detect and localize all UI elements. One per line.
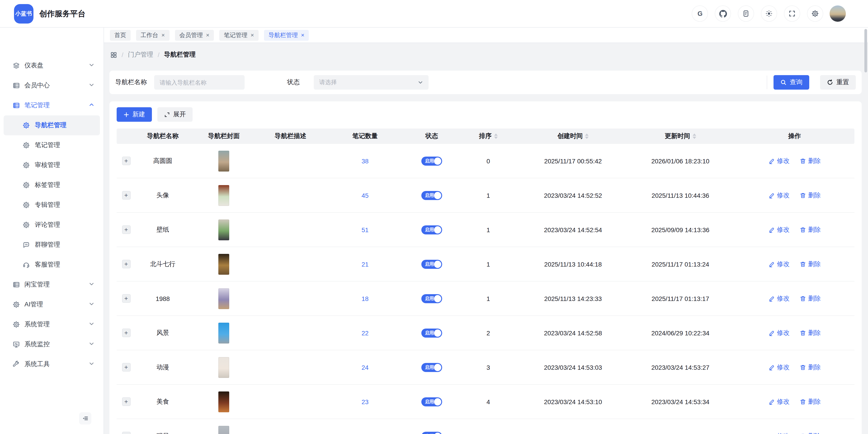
sidebar-item-15[interactable]: 系统工具 [0, 354, 103, 374]
delete-link[interactable]: 删除 [800, 226, 821, 234]
edit-link[interactable]: 修改 [768, 191, 789, 199]
status-toggle[interactable]: 启用 [421, 260, 442, 268]
document-button[interactable] [738, 5, 754, 22]
navbar-cover-image[interactable] [218, 185, 229, 206]
navbar-name-input[interactable] [154, 75, 245, 90]
sidebar-subitem-3[interactable]: 导航栏管理 [4, 115, 100, 135]
apps-grid-icon[interactable] [110, 51, 117, 58]
theme-button[interactable] [761, 5, 777, 22]
note-count-link[interactable]: 51 [362, 226, 368, 233]
note-count-link[interactable]: 15 [362, 432, 368, 434]
delete-link[interactable]: 删除 [800, 363, 821, 371]
sidebar-subitem-5[interactable]: 审核管理 [4, 155, 100, 175]
note-count-link[interactable]: 23 [362, 398, 368, 405]
sidebar-item-13[interactable]: 系统管理 [0, 315, 103, 335]
close-icon[interactable]: × [301, 32, 305, 38]
close-icon[interactable]: × [161, 32, 165, 38]
sidebar-item-12[interactable]: AI管理 [0, 295, 103, 315]
note-count-link[interactable]: 22 [362, 329, 368, 337]
row-expand-button[interactable]: + [122, 260, 130, 268]
column-header-5[interactable]: 排序 [457, 132, 520, 140]
status-toggle[interactable]: 启用 [421, 191, 442, 200]
edit-link[interactable]: 修改 [768, 260, 789, 268]
fullscreen-button[interactable] [784, 5, 800, 22]
sidebar-collapse-button[interactable] [79, 412, 91, 425]
delete-link[interactable]: 删除 [800, 157, 821, 165]
delete-link[interactable]: 删除 [800, 432, 821, 434]
reset-button[interactable]: 重置 [820, 75, 856, 90]
row-expand-button[interactable]: + [122, 191, 130, 200]
status-toggle[interactable]: 启用 [421, 328, 442, 337]
row-expand-button[interactable]: + [122, 294, 130, 303]
tab-1[interactable]: 工作台 × [136, 30, 169, 40]
tab-3[interactable]: 笔记管理 × [219, 30, 258, 40]
sidebar-item-14[interactable]: 系统监控 [0, 335, 103, 354]
note-count-link[interactable]: 24 [362, 364, 368, 371]
delete-link[interactable]: 删除 [800, 329, 821, 337]
navbar-cover-image[interactable] [218, 357, 229, 378]
sidebar-item-1[interactable]: 会员中心 [0, 76, 103, 95]
delete-link[interactable]: 删除 [800, 191, 821, 199]
edit-link[interactable]: 修改 [768, 294, 789, 302]
sidebar-subitem-6[interactable]: 标签管理 [4, 175, 100, 195]
sidebar-item-11[interactable]: 闲宝管理 [0, 275, 103, 295]
sort-icon[interactable] [494, 134, 498, 139]
sidebar-subitem-10[interactable]: 客服管理 [4, 255, 100, 275]
edit-link[interactable]: 修改 [768, 226, 789, 234]
navbar-cover-image[interactable] [218, 219, 229, 240]
row-expand-button[interactable]: + [122, 397, 130, 406]
status-toggle[interactable]: 启用 [421, 397, 442, 406]
edit-link[interactable]: 修改 [768, 363, 789, 371]
status-toggle[interactable]: 启用 [421, 156, 442, 166]
edit-link[interactable]: 修改 [768, 157, 789, 165]
column-header-7[interactable]: 更新时间 [626, 132, 735, 140]
sidebar-item-0[interactable]: 仪表盘 [0, 56, 103, 76]
edit-link[interactable]: 修改 [768, 398, 789, 406]
user-avatar[interactable] [830, 5, 846, 22]
page-scrollbar[interactable] [864, 29, 867, 73]
sidebar-item-2[interactable]: 笔记管理 [0, 95, 103, 115]
sort-icon[interactable] [585, 134, 589, 139]
delete-link[interactable]: 删除 [800, 294, 821, 302]
note-count-link[interactable]: 38 [362, 157, 368, 165]
tab-4[interactable]: 导航栏管理 × [264, 30, 309, 40]
delete-link[interactable]: 删除 [800, 398, 821, 406]
navbar-cover-image[interactable] [218, 391, 229, 412]
navbar-cover-image[interactable] [218, 322, 229, 343]
row-expand-button[interactable]: + [122, 432, 130, 434]
sort-icon[interactable] [692, 134, 696, 139]
note-count-link[interactable]: 45 [362, 192, 368, 199]
status-toggle[interactable]: 启用 [421, 432, 442, 434]
sidebar-subitem-9[interactable]: 群聊管理 [4, 235, 100, 255]
settings-button[interactable] [807, 5, 823, 22]
gitee-button[interactable]: G [692, 5, 708, 22]
sidebar-subitem-4[interactable]: 笔记管理 [4, 135, 100, 155]
close-icon[interactable]: × [250, 32, 254, 38]
expand-button[interactable]: 展开 [157, 107, 193, 122]
row-expand-button[interactable]: + [122, 328, 130, 337]
edit-link[interactable]: 修改 [768, 432, 789, 434]
note-count-link[interactable]: 18 [362, 295, 368, 302]
navbar-cover-image[interactable] [218, 150, 229, 171]
create-button[interactable]: 新建 [117, 107, 152, 122]
column-header-6[interactable]: 创建时间 [520, 132, 626, 140]
github-button[interactable] [715, 5, 731, 22]
edit-link[interactable]: 修改 [768, 329, 789, 337]
sidebar-subitem-7[interactable]: 专辑管理 [4, 195, 100, 215]
search-button[interactable]: 查询 [774, 75, 809, 90]
navbar-cover-image[interactable] [218, 288, 229, 309]
close-icon[interactable]: × [206, 32, 209, 38]
tab-2[interactable]: 会员管理 × [175, 30, 214, 40]
sidebar-subitem-8[interactable]: 评论管理 [4, 215, 100, 235]
row-expand-button[interactable]: + [122, 363, 130, 372]
status-toggle[interactable]: 启用 [421, 294, 442, 303]
status-toggle[interactable]: 启用 [421, 363, 442, 372]
breadcrumb-item-portal[interactable]: 门户管理 [128, 51, 153, 59]
tab-0[interactable]: 首页 [110, 30, 131, 40]
row-expand-button[interactable]: + [122, 225, 130, 234]
navbar-cover-image[interactable] [218, 426, 229, 434]
delete-link[interactable]: 删除 [800, 260, 821, 268]
status-toggle[interactable]: 启用 [421, 225, 442, 234]
note-count-link[interactable]: 21 [362, 260, 368, 268]
row-expand-button[interactable]: + [122, 156, 130, 165]
